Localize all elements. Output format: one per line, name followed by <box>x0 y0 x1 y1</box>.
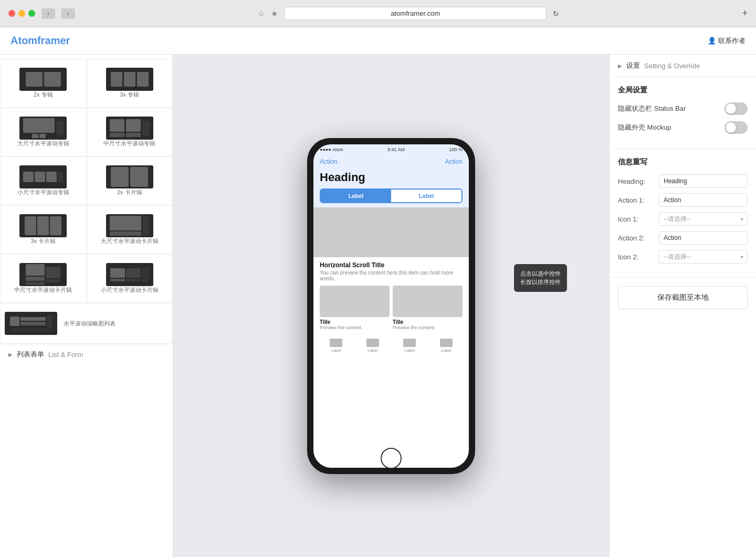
sidebar-item-large-h-scroll[interactable]: 大尺寸水平滚动专辑 <box>0 108 87 156</box>
message-rewrite-title: 信息重写 <box>618 157 748 167</box>
sidebar-item-small-h-scroll-label: 小尺寸水平滚动专辑 <box>17 188 69 196</box>
sidebar-item-large-h-card-label: 大尺寸水平滚动卡片辑 <box>101 237 159 245</box>
icon1-form-row: Icon 1: --请选择-- ▾ <box>618 212 748 226</box>
back-button[interactable]: ‹ <box>41 8 55 19</box>
browser-chrome: ‹ › ☆ ★ atomframer.com ↻ + <box>0 0 756 27</box>
phone-bottom-tab-3-label: Label <box>404 348 415 353</box>
phone-tab-1[interactable]: Label <box>321 190 391 202</box>
url-input[interactable]: atomframer.com <box>284 7 547 20</box>
phone-bottom-tab-4-icon <box>440 339 453 347</box>
fullscreen-button[interactable] <box>28 10 35 17</box>
sidebar-item-mid-h-card-label: 中尺寸水平滚动卡片辑 <box>14 286 72 294</box>
sidebar-grid: 2x 专辑 3x 专辑 <box>0 59 173 303</box>
settings-header-sub: Setting & Override <box>644 62 700 70</box>
new-tab-button[interactable]: + <box>742 8 748 19</box>
phone-status-bar: ●●●● Atom 9:41 AM 100 % <box>313 144 469 155</box>
phone-tab-2[interactable]: Label <box>391 190 461 202</box>
large-h-scroll-icon <box>19 117 67 140</box>
hide-status-bar-toggle[interactable] <box>724 102 748 115</box>
hide-status-bar-row: 隐藏状态栏 Status Bar <box>618 102 748 115</box>
phone-nav-action-left[interactable]: Action <box>320 158 337 165</box>
app-header: Atomframer 👤 联系作者 <box>0 27 756 55</box>
close-button[interactable] <box>8 10 15 17</box>
phone-card-1: Title Preview the content. <box>320 286 390 330</box>
bookmark-filled-icon[interactable]: ★ <box>271 9 278 18</box>
action2-input[interactable] <box>659 231 748 245</box>
sidebar-item-small-h-card-label: 小尺寸水平滚动卡片辑 <box>101 286 159 294</box>
sidebar-item-mid-h-scroll[interactable]: 中尺寸水平滚动专辑 <box>87 108 173 156</box>
sidebar-item-small-h-scroll[interactable]: 小尺寸水平滚动专辑 <box>0 156 87 205</box>
2x-card-icon <box>106 165 153 188</box>
sidebar-item-2x-card[interactable]: 2x 卡片辑 <box>87 156 173 205</box>
phone-scroll-title: Horizontal Scroll Title <box>313 261 469 269</box>
mid-h-card-icon <box>19 263 67 286</box>
sidebar-item-large-h-card[interactable]: 大尺寸水平滚动卡片辑 <box>87 205 173 254</box>
phone-nav-action-right[interactable]: Action <box>445 158 463 165</box>
sidebar-item-h-thumbnail-list[interactable]: 水平滚动缩略图列表 <box>0 303 173 344</box>
user-link[interactable]: 👤 联系作者 <box>708 36 746 46</box>
user-icon: 👤 <box>708 37 716 45</box>
sidebar-item-2x-card-label: 2x 卡片辑 <box>117 188 142 196</box>
sidebar-item-mid-h-card[interactable]: 中尺寸水平滚动卡片辑 <box>0 254 87 303</box>
action2-form-row: Action 2: <box>618 231 748 245</box>
toggle-knob <box>726 103 736 114</box>
canvas: ●●●● Atom 9:41 AM 100 % Action Action He… <box>173 55 609 557</box>
canvas-tooltip-line1: 点击以选中控件 <box>520 269 561 278</box>
icon2-select[interactable]: --请选择-- <box>659 250 748 264</box>
sidebar-item-3x-album[interactable]: 3x 专辑 <box>87 59 173 108</box>
bookmark-icon[interactable]: ☆ <box>258 9 265 18</box>
phone-bottom-tab-4[interactable]: Label <box>430 339 463 353</box>
phone-bottom-tab-3[interactable]: Label <box>393 339 426 353</box>
action2-form-label: Action 2: <box>618 234 655 242</box>
icon2-form-row: Icon 2: --请选择-- ▾ <box>618 250 748 264</box>
icon1-select[interactable]: --请选择-- <box>659 212 748 226</box>
icon2-select-wrapper: --请选择-- ▾ <box>659 250 748 264</box>
phone-card-2-title: Title <box>393 319 463 325</box>
heading-form-row: Heading: <box>618 174 748 188</box>
user-label: 联系作者 <box>718 36 746 46</box>
phone-bottom-tabs: Label Label Label Label <box>313 334 469 353</box>
phone-home-button[interactable] <box>381 448 402 469</box>
sidebar-item-3x-card-label: 3x 卡片辑 <box>30 237 56 245</box>
hide-status-bar-label: 隐藏状态栏 Status Bar <box>618 104 686 113</box>
hide-mockup-row: 隐藏外壳 Mockup <box>618 121 748 134</box>
sidebar-item-2x-album[interactable]: 2x 专辑 <box>0 59 87 108</box>
traffic-lights <box>8 10 35 17</box>
hide-mockup-toggle[interactable] <box>724 121 748 134</box>
reload-button[interactable]: ↻ <box>553 9 559 18</box>
large-h-card-icon <box>106 214 153 237</box>
phone-card-1-desc: Preview the content. <box>320 325 390 330</box>
phone-card-1-title: Title <box>320 319 390 325</box>
phone-bottom-tab-2[interactable]: Label <box>356 339 389 353</box>
phone-nav: Action Action <box>313 155 469 169</box>
settings-arrow-icon: ▶ <box>618 63 622 69</box>
phone-cards-row: Title Preview the content. Title Preview… <box>313 286 469 334</box>
sidebar-item-3x-card[interactable]: 3x 卡片辑 <box>0 205 87 254</box>
phone-card-2: Title Preview the content. <box>393 286 463 330</box>
phone-heading: Heading <box>313 169 469 188</box>
list-form-label: 列表表单 <box>17 350 44 359</box>
forward-button[interactable]: › <box>61 8 75 19</box>
hide-mockup-label: 隐藏外壳 Mockup <box>618 123 671 132</box>
sidebar-item-large-h-scroll-label: 大尺寸水平滚动专辑 <box>17 140 69 148</box>
phone-battery: 100 % <box>449 147 463 152</box>
list-form-sub-label: List & Form <box>48 351 83 359</box>
phone-bottom-tab-4-label: Label <box>441 348 452 353</box>
phone-card-2-desc: Preview the content. <box>393 325 463 330</box>
sidebar-item-small-h-card[interactable]: 小尺寸水平滚动卡片辑 <box>87 254 173 303</box>
settings-section-header[interactable]: ▶ 设置 Setting & Override <box>610 55 756 77</box>
icon2-form-label: Icon 2: <box>618 253 655 261</box>
small-h-scroll-icon <box>19 165 67 188</box>
heading-input[interactable] <box>659 174 748 188</box>
phone-scroll-desc: You can preview the content here,this it… <box>313 269 469 286</box>
toggle-knob-2 <box>726 122 736 133</box>
minimize-button[interactable] <box>18 10 25 17</box>
action1-form-label: Action 1: <box>618 196 655 204</box>
right-panel: ▶ 设置 Setting & Override 全局设置 隐藏状态栏 Statu… <box>609 55 756 557</box>
phone-bottom-tab-1[interactable]: Label <box>320 339 352 353</box>
sidebar-section-list-form[interactable]: ▶ 列表表单 List & Form <box>0 344 173 364</box>
canvas-tooltip: 点击以选中控件 长按以排序控件 <box>514 264 567 292</box>
app-logo: Atomframer <box>10 35 70 47</box>
save-screenshot-button[interactable]: 保存截图至本地 <box>618 286 748 309</box>
action1-input[interactable] <box>659 193 748 207</box>
